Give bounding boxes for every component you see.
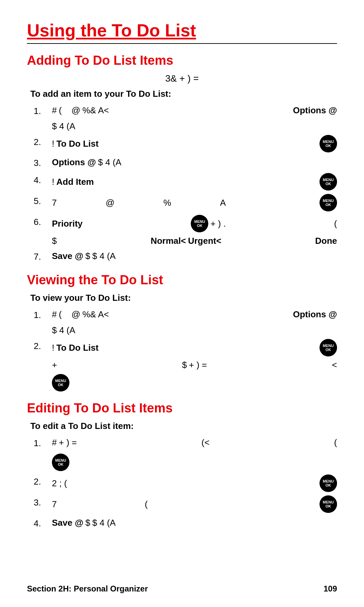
step-5-a: A [220, 196, 226, 209]
menu-text-4: MENU [323, 178, 334, 182]
editing-step-4: 4. Save @ $ $ 4 (A [34, 516, 337, 530]
estep-1-lt: (< [202, 436, 210, 449]
viewing-step-1: 1. # ( @ %& A< Options @ [34, 308, 337, 322]
vstep-2-exclaim: ! [52, 341, 54, 354]
menu-ok-4: MENU OK [320, 173, 337, 191]
vstep-2-todolist: To Do List [56, 341, 98, 354]
menu-ok-e2: MENU OK [320, 474, 337, 492]
viewing-steps-list: 1. # ( @ %& A< Options @ $ 4 (A 2. ! To … [34, 308, 337, 392]
step-2-content: ! To Do List MENU OK [52, 135, 337, 152]
estep-4-content: Save @ $ $ 4 (A [52, 516, 337, 529]
vstep-2-sub-dollar: $ [182, 360, 187, 370]
viewing-step-2-menurow: MENU OK [52, 374, 337, 392]
adding-step-7: 7. Save @ $ $ 4 (A [34, 250, 337, 263]
menu-text-6: MENU [194, 220, 205, 224]
step-5-at: @ [105, 196, 114, 209]
step-2-exclaim: ! [52, 137, 54, 150]
viewing-step-2-sub: + $ + ) = < [52, 360, 337, 370]
menu-ok-e3: MENU OK [320, 495, 337, 513]
menu-text-e3: MENU [323, 500, 334, 504]
estep-num-2: 2. [34, 474, 52, 488]
estep-4-save: Save @ [52, 516, 83, 529]
estep-4-dollar: $ [85, 516, 90, 529]
vstep-1-pct: %& A< [82, 308, 109, 321]
ok-text-v2b: OK [58, 383, 64, 387]
step-num-2: 2. [34, 135, 52, 149]
step-num-7: 7. [34, 250, 52, 263]
step-7-s4: $ 4 (A [92, 250, 116, 263]
formula-adding: 3& + ) = [27, 73, 337, 84]
menu-ok-2: MENU OK [320, 135, 337, 152]
step-6-priority: Priority [52, 217, 83, 230]
step-num-4: 4. [34, 173, 52, 187]
step-3-options: Options @ [52, 156, 96, 169]
step-6-sub-normal: Normal< [151, 236, 186, 246]
step-1-options: Options @ [293, 104, 337, 117]
step-6-sub-urgent: Urgent< [188, 236, 221, 246]
estep-1-paren: ( [334, 436, 337, 449]
menu-ok-5: MENU OK [320, 194, 337, 211]
intro-adding: To add an item to your To Do List: [30, 89, 337, 99]
footer-right: 109 [324, 584, 337, 594]
editing-steps-list: 1. # + ) = (< ( MENU OK 2. 2 ; ( [34, 436, 337, 530]
step-num-5: 5. [34, 194, 52, 208]
adding-step-1-sub: $ 4 (A [52, 121, 337, 132]
adding-step-6-sub: $ Normal< Urgent< Done [52, 236, 337, 246]
step-6-content: Priority MENU OK + ) . ( [52, 215, 337, 232]
vstep-2-sub-eq: + ) = [189, 360, 207, 370]
estep-2-content: 2 ; ( MENU OK [52, 474, 337, 492]
menu-text-e1: MENU [55, 458, 66, 462]
step-4-additem: Add Item [56, 175, 94, 189]
menu-text-5: MENU [323, 199, 334, 203]
estep-1-plus: + ) = [59, 436, 77, 449]
ok-text-4: OK [326, 182, 331, 186]
editing-step-3: 3. 7 ( MENU OK [34, 495, 337, 513]
step-4-exclaim: ! [52, 175, 54, 189]
estep-3-content: 7 ( MENU OK [52, 495, 337, 513]
title-divider [27, 43, 337, 44]
step-3-dollar: $ 4 (A [98, 156, 121, 169]
estep-1-hash: # [52, 436, 57, 449]
vstep-1-options: Options @ [293, 308, 337, 321]
menu-ok-e1: MENU OK [52, 454, 69, 471]
section-heading-viewing: Viewing the To Do List [27, 273, 337, 287]
step-1-sub-text: $ 4 (A [52, 121, 75, 132]
step-6-sub-dollar: $ [52, 236, 57, 246]
adding-step-3: 3. Options @ $ 4 (A [34, 156, 337, 170]
adding-steps-list: 1. # ( @ %& A< Options @ $ 4 (A 2. ! To … [34, 104, 337, 263]
step-num-3: 3. [34, 156, 52, 170]
adding-step-2: 2. ! To Do List MENU OK [34, 135, 337, 152]
menu-ok-6: MENU OK [191, 215, 208, 232]
step-3-content: Options @ $ 4 (A [52, 156, 337, 169]
step-7-save: Save @ [52, 250, 83, 263]
ok-text-v2: OK [326, 348, 331, 352]
ok-text-e3: OK [326, 504, 331, 508]
estep-num-1: 1. [34, 436, 52, 450]
editing-step-1-menurow: MENU OK [52, 453, 337, 471]
adding-step-1: 1. # ( @ %& A< Options @ [34, 104, 337, 118]
estep-3-7: 7 [52, 498, 57, 511]
intro-editing: To edit a To Do List item: [30, 421, 337, 431]
step-6-paren: ( [334, 217, 337, 230]
step-1-hash: # [52, 104, 57, 117]
step-5-7: 7 [52, 196, 57, 209]
editing-step-1: 1. # + ) = (< ( [34, 436, 337, 450]
ok-text-2: OK [326, 144, 331, 148]
estep-num-3: 3. [34, 495, 52, 509]
main-title: Using the To Do List [27, 20, 337, 40]
step-num-6: 6. [34, 215, 52, 229]
vstep-1-content: # ( @ %& A< Options @ [52, 308, 337, 321]
section-heading-editing: Editing To Do List Items [27, 401, 337, 415]
intro-viewing: To view your To Do List: [30, 293, 337, 303]
viewing-step-1-sub: $ 4 (A [52, 325, 337, 336]
estep-3-paren: ( [145, 498, 148, 511]
ok-text-e2: OK [326, 483, 331, 487]
editing-step-2: 2. 2 ; ( MENU OK [34, 474, 337, 492]
step-4-content: ! Add Item MENU OK [52, 173, 337, 191]
vstep-1-hash: # [52, 308, 57, 321]
step-1-pct: %& A< [82, 104, 109, 117]
ok-text-5: OK [326, 203, 331, 207]
step-5-content: 7 @ % A MENU OK [52, 194, 337, 211]
adding-step-4: 4. ! Add Item MENU OK [34, 173, 337, 191]
menu-text-v2b: MENU [55, 379, 66, 383]
